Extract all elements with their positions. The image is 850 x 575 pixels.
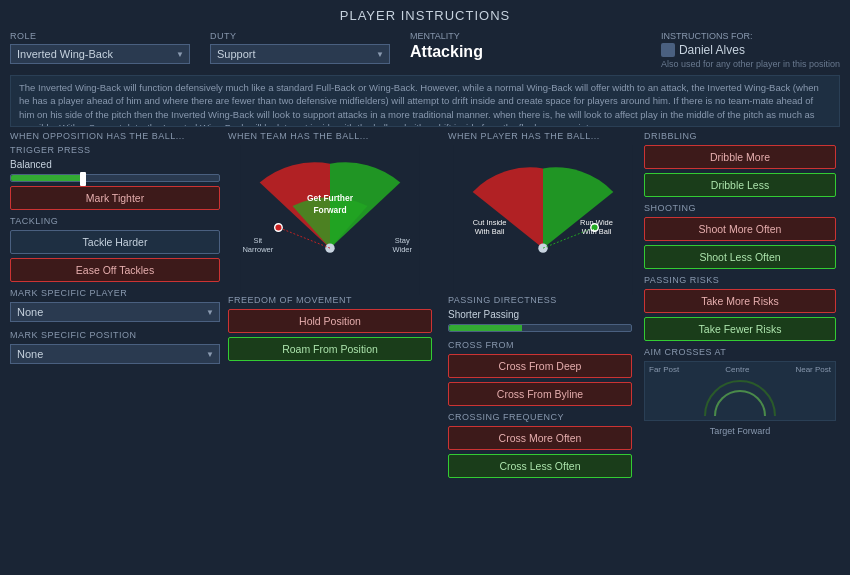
page-title: PLAYER INSTRUCTIONS	[0, 0, 850, 27]
ease-off-tackles-btn[interactable]: Ease Off Tackles	[10, 258, 220, 282]
role-dropdown[interactable]: Inverted Wing-Back Wing-Back Full-Back	[10, 44, 190, 64]
tackle-harder-btn[interactable]: Tackle Harder	[10, 230, 220, 254]
description-box: The Inverted Wing-Back will function def…	[10, 75, 840, 127]
mark-tighter-btn[interactable]: Mark Tighter	[10, 186, 220, 210]
svg-text:Get Further: Get Further	[307, 193, 354, 203]
dribble-less-btn[interactable]: Dribble Less	[644, 173, 836, 197]
mentality-value: Attacking	[410, 43, 483, 61]
instructions-note: Also used for any other player in this p…	[661, 59, 840, 69]
duty-label: DUTY	[210, 31, 390, 41]
svg-text:Cut Inside: Cut Inside	[473, 218, 507, 227]
cross-from-byline-btn[interactable]: Cross From Byline	[448, 382, 632, 406]
take-more-risks-btn[interactable]: Take More Risks	[644, 289, 836, 313]
opposition-header: WHEN OPPOSITION HAS THE BALL...	[10, 131, 220, 141]
trigger-press-value: Balanced	[10, 159, 220, 170]
near-post-label: Near Post	[795, 365, 831, 374]
player-pie-chart: Cut Inside With Ball Run Wide With Ball	[448, 145, 638, 295]
mark-position-label: MARK SPECIFIC POSITION	[10, 330, 220, 340]
dribble-more-btn[interactable]: Dribble More	[644, 145, 836, 169]
instructions-for-label: INSTRUCTIONS FOR:	[661, 31, 840, 41]
team-pie-chart: Get Further Forward Sit Narrower Stay Wi…	[235, 145, 425, 295]
role-label: ROLE	[10, 31, 190, 41]
cross-from-label: CROSS FROM	[448, 340, 632, 350]
far-post-label: Far Post	[649, 365, 679, 374]
hold-position-btn[interactable]: Hold Position	[228, 309, 432, 333]
duty-dropdown[interactable]: Support Attack Defend	[210, 44, 390, 64]
svg-text:With Ball: With Ball	[475, 227, 505, 236]
shooting-label: SHOOTING	[644, 203, 836, 213]
svg-text:With Ball: With Ball	[582, 227, 612, 236]
roam-from-position-btn[interactable]: Roam From Position	[228, 337, 432, 361]
dribbling-label: DRIBBLING	[644, 131, 836, 141]
mark-player-label: MARK SPECIFIC PLAYER	[10, 288, 220, 298]
cross-more-often-btn[interactable]: Cross More Often	[448, 426, 632, 450]
mark-position-dropdown[interactable]: None	[10, 344, 220, 364]
aim-target-label: Target Forward	[645, 426, 835, 436]
aim-crosses-label: AIM CROSSES AT	[644, 347, 836, 357]
passing-directness-value: Shorter Passing	[448, 309, 632, 320]
player-header: WHEN PLAYER HAS THE BALL...	[448, 131, 632, 141]
passing-directness-label: PASSING DIRECTNESS	[448, 295, 632, 305]
shoot-more-often-btn[interactable]: Shoot More Often	[644, 217, 836, 241]
aim-crosses-chart: Far Post Centre Near Post Target Forward	[644, 361, 836, 421]
cross-less-often-btn[interactable]: Cross Less Often	[448, 454, 632, 478]
svg-text:Run Wide: Run Wide	[580, 218, 613, 227]
take-fewer-risks-btn[interactable]: Take Fewer Risks	[644, 317, 836, 341]
team-header: WHEN TEAM HAS THE BALL...	[228, 131, 432, 141]
trigger-press-label: TRIGGER PRESS	[10, 145, 220, 155]
shoot-less-often-btn[interactable]: Shoot Less Often	[644, 245, 836, 269]
player-name: Daniel Alves	[661, 43, 840, 57]
mentality-label: MENTALITY	[410, 31, 483, 41]
passing-risks-label: PASSING RISKS	[644, 275, 836, 285]
cross-from-deep-btn[interactable]: Cross From Deep	[448, 354, 632, 378]
svg-text:Forward: Forward	[313, 205, 346, 215]
centre-label: Centre	[725, 365, 749, 374]
mark-player-dropdown[interactable]: None	[10, 302, 220, 322]
tackling-label: TACKLING	[10, 216, 220, 226]
svg-text:Wider: Wider	[392, 245, 412, 254]
svg-text:Narrower: Narrower	[242, 245, 273, 254]
freedom-label: FREEDOM OF MOVEMENT	[228, 295, 432, 305]
crossing-freq-label: CROSSING FREQUENCY	[448, 412, 632, 422]
player-icon	[661, 43, 675, 57]
